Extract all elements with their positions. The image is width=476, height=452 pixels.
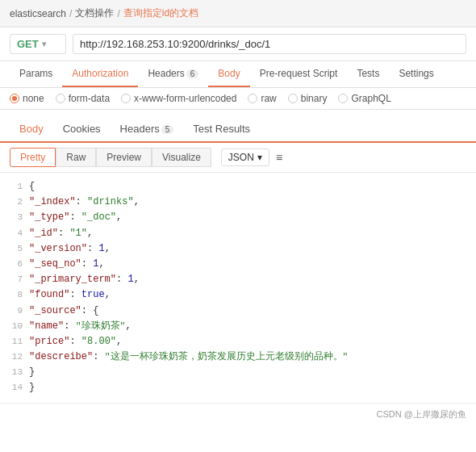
view-tab-preview[interactable]: Preview	[96, 148, 152, 167]
tab-headers[interactable]: Headers6	[138, 61, 208, 87]
tab-params[interactable]: Params	[10, 61, 62, 87]
format-label: JSON	[228, 152, 254, 163]
line-content: "_primary_term": 1,	[29, 272, 470, 287]
table-row: 3 "_type": "_doc",	[0, 210, 476, 225]
view-tab-raw[interactable]: Raw	[56, 148, 96, 167]
token-cn: "珍珠奶茶"	[76, 320, 126, 331]
line-content: "descreibe": "这是一杯珍珠奶茶，奶茶发展历史上元老级别的品种。"	[29, 349, 470, 365]
radio-dot-urlencoded	[121, 94, 131, 103]
radio-urlencoded[interactable]: x-www-form-urlencoded	[121, 93, 236, 104]
line-content: "_id": "1",	[29, 226, 470, 241]
token-key: "_seq_no"	[29, 258, 81, 270]
table-row: 11 "price": "8.00",	[0, 334, 476, 349]
line-number: 7	[6, 273, 29, 287]
line-content: "found": true,	[29, 287, 470, 303]
token-num: 1	[127, 274, 133, 285]
breadcrumb-sep2: /	[117, 8, 119, 19]
line-number: 6	[6, 257, 29, 272]
breadcrumb-current: 查询指定id的文档	[123, 6, 198, 20]
tab-tests[interactable]: Tests	[347, 61, 389, 87]
token-key: "price"	[29, 336, 69, 347]
method-select[interactable]: GET ▾	[10, 34, 66, 54]
token-str: "_doc"	[81, 211, 116, 223]
token-plain: ,	[134, 274, 140, 285]
token-plain: :	[64, 320, 75, 332]
resp-tab-cookies[interactable]: Cookies	[53, 116, 111, 143]
radio-graphql[interactable]: GraphQL	[338, 93, 390, 104]
tab-prerequest[interactable]: Pre-request Script	[250, 61, 348, 87]
view-tabs: Pretty Raw Preview Visualize JSON ▾ ≡	[0, 143, 476, 173]
table-row: 5 "_version": 1,	[0, 241, 476, 257]
table-row: 9 "_source": {	[0, 303, 476, 319]
token-key: "_type"	[29, 211, 69, 223]
headers-badge: 6	[186, 69, 199, 78]
tab-authorization[interactable]: Authorization	[62, 61, 138, 87]
token-plain: :	[81, 258, 93, 270]
line-content: "_source": {	[29, 303, 470, 319]
table-row: 4 "_id": "1",	[0, 226, 476, 241]
view-tab-pretty[interactable]: Pretty	[10, 148, 56, 167]
radio-formdata[interactable]: form-data	[56, 93, 110, 104]
line-number: 5	[6, 242, 29, 257]
line-content: "price": "8.00",	[29, 334, 470, 349]
table-row: 14}	[0, 380, 476, 396]
radio-none[interactable]: none	[10, 93, 44, 104]
token-key: "_source"	[29, 305, 81, 316]
token-num: 1	[98, 243, 104, 254]
table-row: 13 }	[0, 365, 476, 380]
line-content: "_index": "drinks",	[29, 195, 470, 210]
line-number: 9	[6, 304, 29, 319]
line-content: "_seq_no": 1,	[29, 257, 470, 272]
body-type-row: none form-data x-www-form-urlencoded raw…	[0, 88, 476, 110]
resp-headers-badge: 5	[161, 125, 174, 134]
tab-body[interactable]: Body	[208, 61, 249, 87]
line-number: 4	[6, 227, 29, 241]
radio-binary[interactable]: binary	[288, 93, 328, 104]
resp-tab-headers[interactable]: Headers5	[111, 116, 184, 143]
token-key: "_id"	[29, 228, 58, 239]
tab-settings[interactable]: Settings	[389, 61, 443, 87]
token-brace: {	[29, 181, 35, 192]
token-plain: ,	[105, 289, 111, 300]
table-row: 6 "_seq_no": 1,	[0, 257, 476, 272]
view-tab-visualize[interactable]: Visualize	[152, 148, 211, 167]
token-plain: ,	[125, 320, 131, 332]
token-plain: ,	[98, 258, 104, 270]
line-content: }	[29, 365, 470, 380]
token-plain: :	[69, 289, 81, 300]
resp-tab-body[interactable]: Body	[10, 116, 53, 143]
filter-icon[interactable]: ≡	[276, 151, 282, 164]
token-plain: :	[69, 336, 81, 347]
url-input[interactable]	[73, 34, 466, 54]
token-plain: :	[69, 211, 81, 223]
token-key: "_index"	[29, 196, 76, 207]
line-number: 14	[6, 381, 29, 396]
token-plain: :	[116, 274, 127, 285]
token-plain: : {	[81, 305, 99, 316]
line-number: 2	[6, 195, 29, 210]
token-plain: :	[76, 196, 87, 207]
token-str: "1"	[69, 228, 87, 239]
table-row: 2 "_index": "drinks",	[0, 195, 476, 210]
token-bool: true	[81, 289, 105, 300]
format-select[interactable]: JSON ▾	[221, 149, 269, 166]
line-number: 1	[6, 180, 29, 195]
token-plain: :	[58, 228, 69, 239]
radio-raw[interactable]: raw	[248, 93, 276, 104]
token-str: "8.00"	[81, 336, 116, 347]
breadcrumb-root[interactable]: elasticsearch	[10, 8, 66, 19]
resp-tab-testresults[interactable]: Test Results	[183, 116, 260, 143]
token-cn: "这是一杯珍珠奶茶，奶茶发展历史上元老级别的品种。"	[105, 351, 349, 362]
breadcrumb-level1[interactable]: 文档操作	[75, 6, 114, 20]
radio-dot-none	[10, 94, 19, 103]
table-row: 7 "_primary_term": 1,	[0, 272, 476, 287]
token-plain: ,	[134, 196, 140, 207]
radio-dot-raw	[248, 94, 257, 103]
chevron-down-icon: ▾	[42, 40, 46, 48]
breadcrumb: elasticsearch / 文档操作 / 查询指定id的文档	[0, 0, 476, 27]
footer: CSDN @上岸撒尿的鱼	[0, 403, 476, 425]
table-row: 12 "descreibe": "这是一杯珍珠奶茶，奶茶发展历史上元老级别的品种…	[0, 349, 476, 365]
request-tabs: Params Authorization Headers6 Body Pre-r…	[0, 61, 476, 88]
chevron-down-icon: ▾	[257, 152, 262, 163]
token-plain: ,	[116, 211, 122, 223]
